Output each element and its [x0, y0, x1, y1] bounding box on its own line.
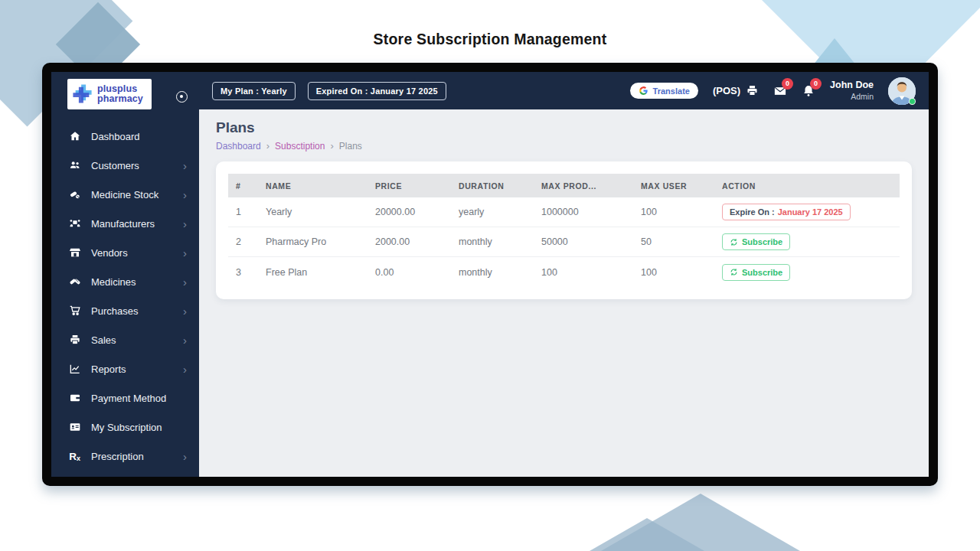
col-header-action: ACTION [714, 181, 900, 191]
sidebar-item-label: Manufacturers [91, 218, 155, 230]
main-content: Plans Dashboard › Subsctiption › Plans #… [199, 109, 929, 477]
chevron-right-icon: › [183, 189, 187, 201]
cell-action: Subscribe [714, 264, 900, 281]
sidebar-item-label: Purchases [91, 305, 138, 317]
sidebar-item-vendors[interactable]: Vendors › [51, 238, 199, 267]
user-name: John Doe [830, 80, 874, 92]
content-heading: Plans [216, 119, 912, 136]
sidebar-item-purchases[interactable]: Purchases › [51, 296, 199, 325]
cell-max-prod: 100 [534, 267, 633, 278]
table-row: 1 Yearly 20000.00 yearly 1000000 100 Exp… [228, 197, 900, 227]
messages-button[interactable]: 0 [773, 84, 787, 98]
topbar-right-group: Translate (POS) 0 [630, 77, 916, 105]
cell-name: Pharmacy Pro [258, 236, 368, 247]
online-status-dot [909, 98, 916, 105]
expire-label: Expire On : [730, 207, 775, 217]
subscribe-button[interactable]: Subscribe [722, 233, 790, 250]
cell-num: 1 [228, 207, 258, 217]
sidebar-item-label: Medicine Stock [91, 189, 158, 201]
sidebar-item-label: Sales [91, 334, 116, 346]
notifications-count-badge: 0 [810, 78, 822, 90]
chevron-right-icon: › [183, 160, 187, 171]
page-title: Store Subscription Management [0, 31, 980, 48]
breadcrumb-dashboard[interactable]: Dashboard [216, 141, 261, 152]
chevron-right-icon: › [183, 334, 187, 346]
sidebar-item-payment-method[interactable]: Payment Method [51, 383, 199, 412]
breadcrumb: Dashboard › Subsctiption › Plans [216, 140, 912, 152]
table-header-row: # NAME PRICE DURATION MAX PROD... MAX US… [228, 174, 900, 197]
store-icon [68, 246, 81, 259]
receipt-printer-icon [68, 334, 81, 347]
subscribe-label: Subscribe [742, 237, 782, 246]
col-header-name: NAME [258, 181, 368, 191]
sidebar-item-label: Customers [91, 160, 139, 171]
chart-line-icon [68, 363, 81, 376]
cell-price: 2000.00 [368, 236, 451, 247]
page: Store Subscription Management plusplus p… [0, 0, 980, 551]
plus-cross-icon [73, 84, 93, 104]
expired-on-button[interactable]: Expired On : January 17 2025 [308, 82, 446, 100]
sidebar-item-reports[interactable]: Reports › [51, 354, 199, 383]
sidebar-item-sales[interactable]: Sales › [51, 325, 199, 354]
rx-icon: Rₓ [68, 450, 81, 463]
cell-max-user: 100 [633, 207, 714, 217]
google-g-icon [639, 86, 648, 96]
cell-price: 0.00 [368, 267, 451, 278]
chevron-right-icon: › [183, 305, 187, 317]
printer-icon [746, 84, 759, 97]
avatar[interactable] [888, 77, 916, 105]
wallet-icon [68, 392, 81, 405]
cell-max-user: 50 [633, 236, 714, 247]
breadcrumb-subscription[interactable]: Subsctiption [275, 141, 325, 152]
app-body: plusplus pharmacy Dashboard [51, 72, 929, 477]
logo-text: plusplus pharmacy [97, 84, 143, 104]
user-role: Admin [830, 92, 874, 102]
pos-print-button[interactable]: (POS) [713, 84, 759, 97]
sidebar-item-prescription[interactable]: Rₓ Prescription › [51, 442, 199, 471]
chevron-right-icon: › [183, 451, 187, 462]
sidebar-item-medicine-stock[interactable]: Medicine Stock › [51, 180, 199, 209]
breadcrumb-separator-icon: › [266, 140, 270, 152]
subscribe-button[interactable]: Subscribe [722, 264, 790, 281]
sidebar-item-dashboard[interactable]: Dashboard [51, 122, 199, 151]
sidebar-item-customers[interactable]: Customers › [51, 151, 199, 180]
id-card-icon [68, 421, 81, 434]
my-plan-button[interactable]: My Plan : Yearly [212, 82, 296, 100]
cell-duration: yearly [451, 207, 534, 217]
chevron-right-icon: › [183, 364, 187, 375]
sidebar-item-medicines[interactable]: Medicines › [51, 267, 199, 296]
google-translate-button[interactable]: Translate [630, 83, 698, 99]
cart-icon [68, 305, 81, 318]
sidebar-item-label: Reports [91, 364, 126, 375]
messages-count-badge: 0 [782, 78, 793, 90]
cell-price: 20000.00 [368, 207, 451, 217]
logo-line2: pharmacy [97, 94, 143, 104]
logo[interactable]: plusplus pharmacy [67, 79, 152, 109]
pills-icon [68, 188, 81, 201]
sidebar-item-my-subscription[interactable]: My Subscription [51, 412, 199, 442]
expire-date: January 17 2025 [778, 207, 843, 217]
sidebar-item-label: Dashboard [91, 131, 140, 142]
col-header-price: PRICE [368, 181, 451, 191]
plans-card: # NAME PRICE DURATION MAX PROD... MAX US… [216, 161, 912, 299]
breadcrumb-current: Plans [339, 141, 362, 152]
cell-max-prod: 50000 [534, 236, 633, 247]
cell-duration: monthly [451, 267, 534, 278]
sidebar-item-label: Payment Method [91, 393, 166, 404]
user-menu[interactable]: John Doe Admin [830, 80, 874, 102]
sidebar-item-manufacturers[interactable]: Manufacturers › [51, 209, 199, 238]
cell-action: Expire On : January 17 2025 [714, 204, 900, 220]
sidebar-toggle-icon[interactable] [176, 91, 188, 103]
pos-label: (POS) [713, 85, 740, 96]
cell-action: Subscribe [714, 233, 900, 250]
chevron-right-icon: › [183, 218, 187, 230]
expire-on-button[interactable]: Expire On : January 17 2025 [722, 204, 851, 220]
chevron-right-icon: › [183, 276, 187, 288]
refresh-icon [730, 268, 738, 276]
cell-name: Free Plan [258, 267, 368, 278]
sidebar: plusplus pharmacy Dashboard [51, 72, 199, 477]
cell-num: 2 [228, 236, 258, 247]
notifications-button[interactable]: 0 [802, 84, 815, 98]
subscribe-label: Subscribe [742, 268, 782, 277]
sidebar-item-label: Vendors [91, 247, 128, 259]
